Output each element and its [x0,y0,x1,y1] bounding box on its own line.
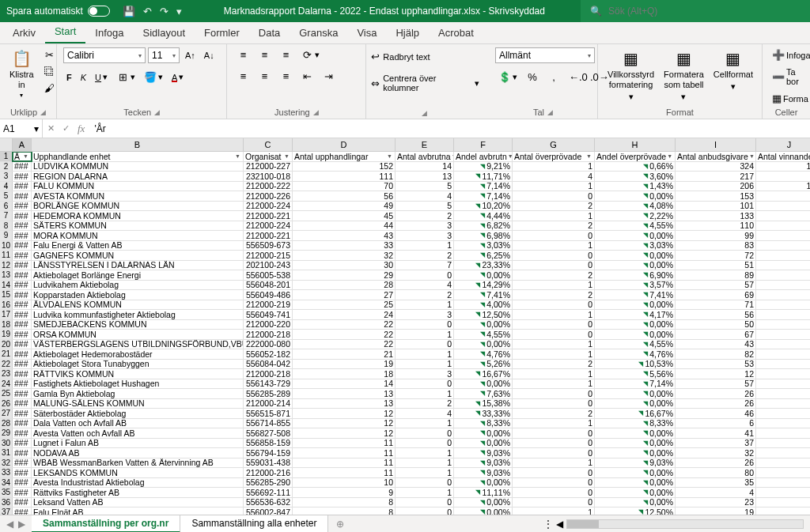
cell[interactable]: 0 [513,320,595,330]
cell[interactable]: 51 [676,261,756,270]
cell[interactable]: ### [13,399,32,409]
cell[interactable]: Falu Energi & Vatten AB [32,241,244,251]
cell[interactable]: ◥4,55% [595,221,676,231]
border-button[interactable]: ⊞▾ [113,70,138,85]
align-left-button[interactable]: ≡ [233,69,252,84]
cell[interactable]: 0 [396,478,454,488]
cell[interactable]: 11 [293,439,396,448]
cell[interactable]: Avesta Vatten och Avfall AB [32,428,244,438]
search-box[interactable]: 🔍 [581,0,810,22]
cell[interactable]: ### [13,300,32,310]
cell[interactable]: 556049-741 [244,310,293,319]
cell[interactable]: MORA KOMMUN [32,231,244,240]
cell[interactable]: 43 [676,340,756,349]
cell[interactable]: 67 [676,330,756,339]
conditional-format-button[interactable]: ▦Villkorsstyrd formatering▾ [604,47,657,104]
cell[interactable]: 71 [676,300,756,310]
cell[interactable]: 12 [293,409,396,418]
cell[interactable]: 556049-486 [244,290,293,300]
cell[interactable]: 133 [676,211,756,221]
cell[interactable]: ◥0,00% [595,330,676,339]
cell[interactable]: AVESTA KOMMUN [32,191,244,201]
dialog-launcher-icon[interactable]: ◢ [313,108,319,116]
cell[interactable]: ### [13,211,32,221]
cell[interactable]: ◥3,03% [454,241,513,251]
dialog-launcher-icon[interactable]: ◢ [547,108,553,116]
cell[interactable]: 1 [396,349,454,359]
row-head[interactable]: 24 [0,379,13,389]
format-as-table-button[interactable]: ▦Formatera som tabell▾ [660,47,707,104]
cell[interactable]: 0 [513,428,595,438]
align-bottom-button[interactable]: ≡ [276,47,295,62]
cell[interactable]: 111 [293,172,396,181]
sheet-tab[interactable]: Sammanställning alla enheter [180,515,328,533]
cell[interactable]: ◥2,22% [595,211,676,221]
cell[interactable]: REGION DALARNA [32,172,244,181]
cell[interactable]: LUDVIKA KOMMUN [32,162,244,172]
cell[interactable]: 23 [756,379,810,389]
cell[interactable]: ### [13,340,32,349]
percent-button[interactable]: % [523,70,542,85]
cell[interactable]: 1 [513,281,595,290]
cancel-formula-icon[interactable]: ✕ [47,123,55,134]
cell[interactable]: ◥3,03% [595,241,676,251]
cell[interactable]: 556509-673 [244,241,293,251]
cell[interactable]: 556827-508 [244,428,293,438]
cell[interactable]: ◥5,26% [454,360,513,369]
row-head[interactable]: 15 [0,290,13,300]
orientation-button[interactable]: ⟳▾ [297,47,323,62]
cell[interactable]: 82 [676,349,756,359]
cell[interactable]: 29 [293,270,396,280]
cell[interactable]: ◥7,14% [595,379,676,389]
cell[interactable]: ### [13,231,32,240]
col-head-H[interactable]: H [595,138,676,151]
cell[interactable]: Säterbostäder Aktiebolag [32,409,244,418]
cell[interactable]: 99 [676,231,756,240]
row-head[interactable]: 29 [0,428,13,438]
filter-dropdown-icon[interactable]: ▼ [386,153,393,159]
cell[interactable]: 1 [396,330,454,339]
col-head-J[interactable]: J [756,138,810,151]
cell[interactable]: 212000-219 [244,300,293,310]
cell[interactable]: ◥9,03% [595,458,676,468]
cell[interactable]: 26 [756,251,810,260]
delete-cells-button[interactable]: ➖Ta bor [769,66,804,88]
row-head[interactable]: 26 [0,399,13,409]
cell[interactable]: ◥0,00% [595,428,676,438]
cell[interactable]: 153 [676,191,756,201]
row-head[interactable]: 36 [0,498,13,507]
cell[interactable]: 7 [396,261,454,270]
cell[interactable]: 89 [676,270,756,280]
cell[interactable]: 7 [756,389,810,398]
header-cell[interactable]: Antal överprövade▼ [513,152,595,161]
cell[interactable]: Aktiebolaget Stora Tunabyggen [32,360,244,369]
cell[interactable]: 202100-243 [244,261,293,270]
cell[interactable]: 70 [293,182,396,191]
cell[interactable]: 556285-289 [244,389,293,398]
sheet-nav-next-icon[interactable]: ▶ [18,519,25,530]
row-head[interactable]: 23 [0,369,13,379]
cell[interactable]: ◥23,33% [454,261,513,270]
cell[interactable]: ◥4,44% [454,211,513,221]
cell[interactable]: 13 [293,389,396,398]
cell[interactable]: ◥0,00% [454,478,513,488]
cell[interactable]: 1 [513,340,595,349]
cell[interactable]: 0 [396,320,454,330]
cell[interactable]: 2 [396,251,454,260]
tab-hjälp[interactable]: Hjälp [386,22,429,43]
cell[interactable]: 212000-220 [244,320,293,330]
cell[interactable]: 212000-216 [244,468,293,477]
cell[interactable]: ### [13,281,32,290]
cell[interactable]: ◥0,00% [454,498,513,507]
cell[interactable]: RÄTTVIKS KOMMUN [32,369,244,379]
cell[interactable]: 1 [396,241,454,251]
tab-infoga[interactable]: Infoga [85,22,133,43]
cell[interactable]: ◥4,76% [595,349,676,359]
align-top-button[interactable]: ≡ [233,47,252,62]
cell[interactable]: 103 [756,182,810,191]
cell[interactable]: ◥11,11% [454,488,513,497]
filter-dropdown-icon[interactable]: ▼ [234,153,241,159]
cell[interactable]: 1 [396,488,454,497]
cell[interactable]: ◥4,00% [454,300,513,310]
font-size-combo[interactable]: 11▾ [148,47,180,63]
